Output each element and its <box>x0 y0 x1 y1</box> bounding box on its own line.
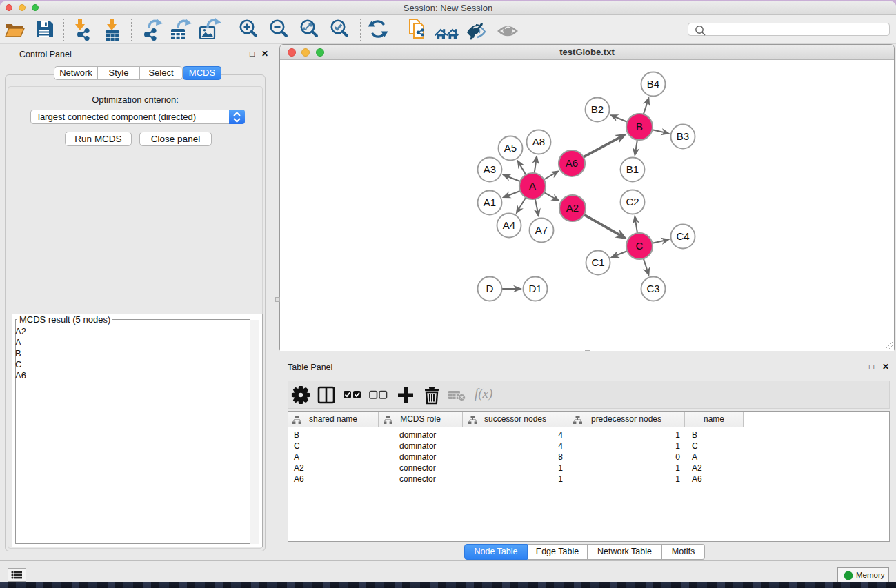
svg-text:A7: A7 <box>535 224 548 236</box>
svg-text:A4: A4 <box>503 219 515 231</box>
svg-text:A5: A5 <box>504 142 517 154</box>
svg-text:A6: A6 <box>566 157 578 169</box>
svg-text:C1: C1 <box>591 256 604 268</box>
svg-text:C: C <box>636 240 644 252</box>
svg-text:D: D <box>486 283 494 294</box>
svg-text:C4: C4 <box>676 230 689 242</box>
svg-text:A1: A1 <box>484 196 496 208</box>
svg-text:A2: A2 <box>566 202 579 214</box>
svg-text:C2: C2 <box>626 196 639 207</box>
svg-text:B4: B4 <box>647 78 659 90</box>
svg-text:A3: A3 <box>484 163 496 175</box>
svg-text:B: B <box>636 121 643 132</box>
svg-text:C3: C3 <box>646 283 659 294</box>
svg-text:A: A <box>529 180 536 192</box>
svg-text:B3: B3 <box>677 130 689 142</box>
svg-text:B2: B2 <box>591 103 604 115</box>
svg-text:D1: D1 <box>528 283 541 294</box>
svg-text:A8: A8 <box>532 136 545 148</box>
svg-text:B1: B1 <box>626 163 639 175</box>
